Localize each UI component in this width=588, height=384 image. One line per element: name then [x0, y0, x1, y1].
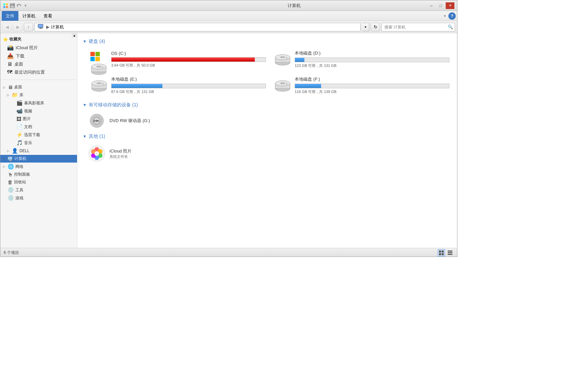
svg-point-49: [95, 152, 98, 155]
svg-rect-50: [439, 251, 441, 253]
back-button[interactable]: ◀: [2, 23, 12, 31]
main-layout: ▲ ⭐ 收藏夹 📸 iCloud 照片 📥 下载 🖥 桌面: [0, 33, 457, 248]
computer-icon: [8, 157, 13, 161]
svg-rect-6: [11, 6, 14, 8]
sidebar-item-library[interactable]: ▷ 📁 库: [0, 91, 77, 99]
close-button[interactable]: ✕: [446, 2, 454, 9]
view-list-button[interactable]: [446, 249, 454, 257]
sidebar-item-recent[interactable]: 🗺 最近访问的位置: [0, 68, 77, 76]
svg-rect-1: [6, 3, 8, 5]
sidebar-item-documents[interactable]: 📄 文档: [0, 123, 77, 131]
tree-arrow-desktop: ▷: [3, 86, 6, 89]
video-label: 视频: [24, 108, 32, 114]
svg-point-30: [102, 83, 104, 85]
games-label: 游戏: [15, 195, 23, 201]
ribbon-dropdown[interactable]: ▾: [444, 14, 446, 18]
search-input[interactable]: [382, 25, 446, 29]
documents-label: 文档: [24, 124, 32, 130]
refresh-button[interactable]: ↻: [371, 23, 380, 31]
music-icon: 🎵: [16, 140, 23, 146]
address-bar: ◀ ▶ ↑ ▶ 计算机 ▾ ↻ 🔍: [0, 21, 457, 33]
hd-arrow-icon: ▼: [83, 39, 87, 44]
other-arrow-icon: ▼: [83, 134, 87, 139]
sidebar-item-tools[interactable]: 💿 工具: [0, 186, 77, 194]
sidebar-item-computer[interactable]: ▽ 计算机: [0, 155, 77, 163]
drive-c-name: OS (C:): [111, 51, 266, 56]
sidebar-item-recycle[interactable]: 🗑 回收站: [0, 178, 77, 186]
svg-rect-53: [442, 253, 444, 255]
drive-f[interactable]: 本地磁盘 (F:) 116 GB 可用，共 139 GB: [272, 74, 452, 97]
svg-point-24: [280, 56, 285, 58]
sidebar-item-network[interactable]: ▷ 🌐 网络: [0, 163, 77, 171]
sidebar-item-desktop[interactable]: ▷ 🖥 桌面: [0, 83, 77, 91]
hdd-e-svg: [90, 78, 108, 93]
dvd-svg: DVD: [88, 113, 105, 128]
drive-d-fill: [295, 58, 304, 62]
drive-c[interactable]: OS (C:) 3.64 GB 可用，共 50.0 GB: [88, 48, 268, 71]
hard-disks-title: 硬盘 (4): [89, 38, 105, 44]
removable-arrow-icon: ▼: [83, 103, 87, 107]
sidebar-item-xunlei[interactable]: ⚡ 迅雷下载: [0, 131, 77, 139]
sidebar-item-pictures[interactable]: 🖼 图片: [0, 115, 77, 123]
tab-computer[interactable]: 计算机: [18, 11, 40, 21]
video-icon: 📹: [16, 108, 23, 114]
desktop-icon: 🖥: [8, 84, 13, 90]
sidebar-item-video[interactable]: 📹 视频: [0, 107, 77, 115]
maximize-button[interactable]: □: [436, 2, 445, 9]
svg-point-35: [286, 83, 287, 85]
icloud-photos-label: iCloud 照片: [16, 45, 38, 51]
desktop-label: 桌面: [14, 84, 22, 90]
sidebar-item-downloads[interactable]: 📥 下载: [0, 52, 77, 60]
svg-rect-2: [3, 6, 5, 8]
other-title: 其他 (1): [89, 133, 105, 139]
sidebar-item-controlpanel[interactable]: 🖱 控制面板: [0, 171, 77, 178]
recycle-icon: 🗑: [8, 179, 13, 185]
svg-rect-0: [3, 3, 5, 5]
drive-e[interactable]: 本地磁盘 (E:) 87.6 GB 可用，共 131 GB: [88, 74, 268, 97]
recent-icon: 🗺: [7, 69, 12, 75]
computer-label: 计算机: [14, 156, 26, 162]
hdd-f-svg: [274, 78, 291, 93]
tree-arrow-dell: ▷: [7, 149, 10, 153]
icloud-icon: [88, 145, 105, 162]
tab-file[interactable]: 文件: [2, 11, 18, 21]
drive-f-info: 本地磁盘 (F:) 116 GB 可用，共 139 GB: [295, 76, 449, 94]
tree-arrow-library: ▷: [7, 93, 10, 97]
pictures-label: 图片: [23, 116, 31, 122]
sidebar-item-dell[interactable]: ▷ 👤 DELL: [0, 147, 77, 155]
icloud-type: 系统文件夹: [109, 154, 132, 159]
dvd-drive-item[interactable]: DVD DVD RW 驱动器 (G:): [83, 111, 452, 130]
dell-label: DELL: [19, 149, 29, 153]
other-header: ▼ 其他 (1): [83, 133, 452, 139]
sidebar-scroll-up[interactable]: ▲: [72, 33, 77, 38]
games-icon: 💿: [8, 195, 14, 201]
svg-rect-54: [448, 251, 452, 252]
up-button[interactable]: ↑: [24, 23, 33, 31]
address-dropdown[interactable]: ▾: [362, 23, 369, 31]
drive-e-size: 87.6 GB 可用，共 131 GB: [111, 89, 266, 94]
forward-button[interactable]: ▶: [13, 23, 22, 31]
drive-e-fill: [112, 84, 162, 88]
address-path[interactable]: ▶ 计算机: [34, 23, 361, 31]
baofeng-label: 暴风影视库: [24, 100, 44, 106]
sidebar-item-baofeng[interactable]: 🎬 暴风影视库: [0, 99, 77, 107]
drive-d-bar: [295, 58, 449, 62]
drive-d[interactable]: 本地磁盘 (D:) 123 GB 可用，共 131 GB: [272, 48, 452, 71]
sidebar-item-music[interactable]: 🎵 音乐: [0, 139, 77, 147]
recent-label: 最近访问的位置: [14, 69, 45, 75]
svg-rect-5: [11, 3, 13, 5]
sidebar-item-desktop-fav[interactable]: 🖥 桌面: [0, 60, 77, 68]
search-button[interactable]: 🔍: [446, 23, 455, 31]
tab-view[interactable]: 查看: [40, 11, 56, 21]
icloud-item[interactable]: iCloud 照片 系统文件夹: [83, 143, 452, 164]
help-button[interactable]: ?: [448, 12, 456, 20]
tree-arrow-computer: ▽: [3, 157, 6, 161]
ribbon-menu: 文件 计算机 查看 ▾ ?: [0, 11, 457, 21]
sidebar-item-games[interactable]: 💿 游戏: [0, 194, 77, 202]
minimize-button[interactable]: ─: [427, 2, 436, 9]
svg-rect-14: [9, 160, 11, 161]
svg-rect-51: [442, 251, 444, 253]
sidebar-item-icloud-photos[interactable]: 📸 iCloud 照片: [0, 43, 77, 52]
view-grid-button[interactable]: [438, 249, 445, 257]
favorites-label: 收藏夹: [9, 36, 21, 42]
